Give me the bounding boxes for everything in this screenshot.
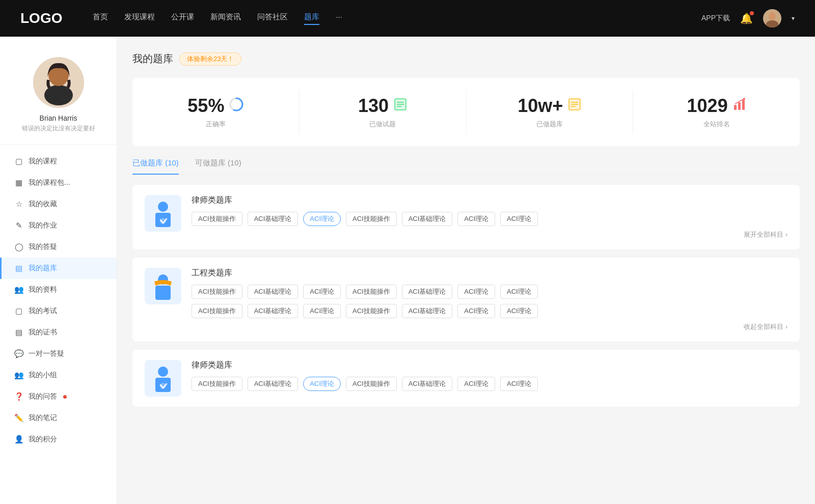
stat-ranking-value: 1029 [687,95,728,117]
qbank-3-tag-4[interactable]: ACI基础理论 [402,377,453,391]
stat-ranking: 1029 全站排名 [633,90,800,134]
qbank-2-tag-0[interactable]: ACI技能操作 [192,285,242,299]
course-icon: ▢ [14,157,23,166]
sidebar-item-my-certs[interactable]: ▤ 我的证书 [0,322,117,343]
qbank-2-tag-1[interactable]: ACI基础理论 [248,285,298,299]
stat-done-banks-label: 已做题库 [477,120,623,129]
main-content: 我的题库 体验剩余23天！ 55% 正确率 [117,37,815,504]
app-download-link[interactable]: APP下载 [701,14,730,23]
nav-home[interactable]: 首页 [93,12,108,25]
qbank-2-tag-5[interactable]: ACI理论 [457,285,495,299]
nav-qa[interactable]: 问答社区 [257,12,288,25]
sidebar-item-my-materials[interactable]: 👥 我的资料 [0,279,117,300]
qbank-2-tag-4[interactable]: ACI基础理论 [402,285,453,299]
qbank-icon: ▤ [14,264,23,273]
sidebar-item-my-points[interactable]: 👤 我的积分 [0,429,117,450]
sidebar-label-my-exams: 我的考试 [29,306,57,316]
notification-dot [750,11,754,15]
qbank-1-tag-0[interactable]: ACI技能操作 [192,212,242,226]
nav-qbank[interactable]: 题库 [304,12,319,25]
svg-point-22 [743,98,745,100]
sidebar-label-my-certs: 我的证书 [29,328,57,337]
qbank-card-3: 律师类题库 ACI技能操作 ACI基础理论 ACI理论 ACI技能操作 ACI基… [132,350,800,407]
qbank-card-2: 工程类题库 ACI技能操作 ACI基础理论 ACI理论 ACI技能操作 ACI基… [132,258,800,342]
tab-available[interactable]: 可做题库 (10) [195,158,241,174]
sidebar-divider [0,144,117,145]
sidebar-item-my-courses[interactable]: ▢ 我的课程 [0,151,117,172]
qbank-2-r2-tag-2[interactable]: ACI理论 [303,304,341,318]
question-icon: ◯ [14,242,23,251]
sidebar-item-my-questions[interactable]: ◯ 我的答疑 [0,236,117,258]
qbank-2-r2-tag-4[interactable]: ACI基础理论 [402,304,453,318]
stat-done-banks-row: 10w+ [477,95,623,117]
qbank-2-tags-row2: ACI技能操作 ACI基础理论 ACI理论 ACI技能操作 ACI基础理论 AC… [192,304,787,318]
sidebar-item-my-favorites[interactable]: ☆ 我的收藏 [0,193,117,215]
nav-more[interactable]: ··· [336,12,342,25]
qbank-3-tag-5[interactable]: ACI理论 [457,377,495,391]
sidebar-label-my-homework: 我的作业 [29,221,57,230]
qbank-1-expand[interactable]: 展开全部科目 › [192,230,787,239]
points-icon: 👤 [14,435,23,444]
sidebar-item-my-homework[interactable]: ✎ 我的作业 [0,215,117,236]
stat-done-banks: 10w+ 已做题库 [467,90,634,134]
qbank-3-tag-3[interactable]: ACI技能操作 [346,377,397,391]
qbank-2-r2-tag-6[interactable]: ACI理论 [500,304,538,318]
svg-rect-19 [734,105,737,110]
profile-avatar [33,57,84,108]
tab-done[interactable]: 已做题库 (10) [132,158,179,174]
qbank-1-tag-3[interactable]: ACI技能操作 [346,212,397,226]
sidebar-item-one-on-one[interactable]: 💬 一对一答疑 [0,343,117,365]
user-avatar[interactable] [763,9,781,27]
sidebar-item-my-packages[interactable]: ▦ 我的课程包... [0,172,117,193]
qbank-3-header: 律师类题库 ACI技能操作 ACI基础理论 ACI理论 ACI技能操作 ACI基… [145,360,787,397]
qbank-2-r2-tag-5[interactable]: ACI理论 [457,304,495,318]
qbank-3-name: 律师类题库 [192,360,787,371]
group-icon: 👥 [14,371,23,380]
qbank-1-tag-5[interactable]: ACI理论 [457,212,495,226]
qbank-3-tag-2[interactable]: ACI理论 [303,377,341,391]
notification-bell[interactable]: 🔔 [740,12,753,24]
sidebar-label-my-qa: 我的问答 [29,392,57,401]
qbank-2-tag-6[interactable]: ACI理论 [500,285,538,299]
qbank-2-tag-3[interactable]: ACI技能操作 [346,285,397,299]
sidebar-item-my-notes[interactable]: ✏️ 我的笔记 [0,407,117,429]
qbank-3-body: 律师类题库 ACI技能操作 ACI基础理论 ACI理论 ACI技能操作 ACI基… [192,360,787,391]
qbank-1-tag-6[interactable]: ACI理论 [500,212,538,226]
user-menu-chevron[interactable]: ▾ [792,15,795,22]
qbank-2-name: 工程类题库 [192,268,787,278]
nav-right: APP下载 🔔 ▾ [701,9,795,27]
qbank-2-tag-2[interactable]: ACI理论 [303,285,341,299]
sidebar-item-my-qa[interactable]: ❓ 我的问答 [0,386,117,407]
nav-news[interactable]: 新闻资讯 [210,12,241,25]
nav-discover[interactable]: 发现课程 [124,12,155,25]
qbank-3-tag-6[interactable]: ACI理论 [500,377,538,391]
accuracy-pie-icon [229,97,243,115]
qbank-2-r2-tag-1[interactable]: ACI基础理论 [248,304,298,318]
qbank-2-r2-tag-0[interactable]: ACI技能操作 [192,304,242,318]
qbank-1-tag-1[interactable]: ACI基础理论 [248,212,298,226]
qbank-tabs: 已做题库 (10) 可做题库 (10) [132,158,800,175]
sidebar-label-my-groups: 我的小组 [29,371,57,380]
qbank-2-r2-tag-3[interactable]: ACI技能操作 [346,304,397,318]
sidebar-menu: ▢ 我的课程 ▦ 我的课程包... ☆ 我的收藏 ✎ 我的作业 ◯ 我的答疑 ▤… [0,151,117,450]
nav-open-course[interactable]: 公开课 [171,12,194,25]
qbank-3-tag-0[interactable]: ACI技能操作 [192,377,242,391]
sidebar-item-my-groups[interactable]: 👥 我的小组 [0,365,117,386]
sidebar-label-my-packages: 我的课程包... [29,178,70,187]
qbank-2-expand[interactable]: 收起全部科目 › [192,322,787,331]
sidebar-label-one-on-one: 一对一答疑 [29,349,64,358]
notes-icon: ✏️ [14,413,23,423]
stat-ranking-label: 全站排名 [643,120,790,129]
star-icon: ☆ [14,200,23,209]
qbank-1-tag-4[interactable]: ACI基础理论 [402,212,453,226]
sidebar-item-my-qbank[interactable]: ▤ 我的题库 [0,258,117,279]
qbank-1-tag-2[interactable]: ACI理论 [303,212,341,226]
qbank-1-body: 律师类题库 ACI技能操作 ACI基础理论 ACI理论 ACI技能操作 ACI基… [192,195,787,239]
profile-name: Brian Harris [10,114,106,122]
sidebar-item-my-exams[interactable]: ▢ 我的考试 [0,300,117,322]
page-header: 我的题库 体验剩余23天！ [132,52,800,66]
sidebar-label-my-qbank: 我的题库 [29,264,57,273]
sidebar-label-my-courses: 我的课程 [29,157,57,166]
svg-point-28 [158,367,168,377]
qbank-3-tag-1[interactable]: ACI基础理论 [248,377,298,391]
